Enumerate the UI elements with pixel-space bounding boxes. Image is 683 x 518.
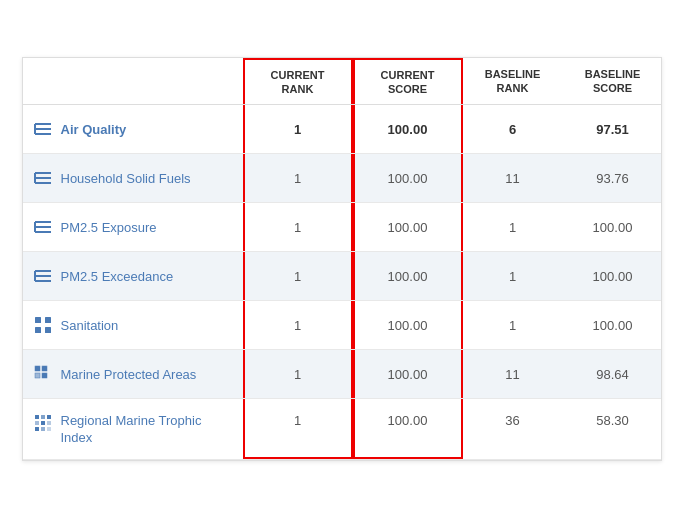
row-current-rank: 1	[243, 154, 353, 202]
row-label: Regional Marine TrophicIndex	[23, 399, 243, 459]
row-current-score: 100.00	[353, 301, 463, 349]
row-baseline-score: 100.00	[563, 203, 663, 251]
row-baseline-score: 100.00	[563, 252, 663, 300]
row-current-score: 100.00	[353, 350, 463, 398]
svg-rect-17	[45, 317, 51, 323]
row-label-text: Marine Protected Areas	[61, 367, 197, 382]
row-label: Air Quality	[23, 105, 243, 153]
table-row: Sanitation 1 100.00 1 100.00	[23, 301, 661, 350]
row-current-score: 100.00	[353, 154, 463, 202]
row-current-score: 100.00	[353, 399, 463, 459]
row-baseline-score: 100.00	[563, 301, 663, 349]
svg-rect-23	[42, 373, 47, 378]
row-label: PM2.5 Exceedance	[23, 252, 243, 300]
row-current-rank: 1	[243, 203, 353, 251]
table-row: Household Solid Fuels 1 100.00 11 93.76	[23, 154, 661, 203]
ranking-table: CURRENTRANK CURRENTSCORE BASELINERANK BA…	[22, 57, 662, 462]
row-baseline-score: 98.64	[563, 350, 663, 398]
row-current-rank: 1	[243, 350, 353, 398]
row-baseline-score: 97.51	[563, 105, 663, 153]
row-label: Household Solid Fuels	[23, 154, 243, 202]
svg-rect-32	[41, 421, 45, 425]
svg-rect-34	[35, 427, 39, 431]
lines-icon	[33, 168, 53, 188]
svg-rect-31	[35, 421, 39, 425]
table-row: Regional Marine TrophicIndex 1 100.00 36…	[23, 399, 661, 460]
svg-rect-16	[35, 317, 41, 323]
grid-dots-icon	[33, 413, 53, 433]
row-current-score: 100.00	[353, 105, 463, 153]
header-current-rank: CURRENTRANK	[243, 58, 353, 105]
row-current-score: 100.00	[353, 252, 463, 300]
row-baseline-rank: 6	[463, 105, 563, 153]
row-baseline-rank: 1	[463, 301, 563, 349]
grid-blocks-icon	[33, 364, 53, 384]
header-name	[23, 58, 243, 105]
table-row: Air Quality 1 100.00 6 97.51	[23, 105, 661, 154]
table-row: PM2.5 Exceedance 1 100.00 1 100.00	[23, 252, 661, 301]
row-baseline-score: 93.76	[563, 154, 663, 202]
svg-rect-36	[47, 427, 51, 431]
row-label-text: Air Quality	[61, 122, 127, 137]
header-current-score: CURRENTSCORE	[353, 58, 463, 105]
header-baseline-score: BASELINESCORE	[563, 58, 663, 105]
table-body: Air Quality 1 100.00 6 97.51 Household S…	[23, 105, 661, 460]
row-label-text: Regional Marine TrophicIndex	[61, 413, 202, 445]
row-label-text: Household Solid Fuels	[61, 171, 191, 186]
table-header: CURRENTRANK CURRENTSCORE BASELINERANK BA…	[23, 58, 661, 106]
svg-rect-35	[41, 427, 45, 431]
svg-rect-30	[47, 415, 51, 419]
svg-rect-22	[35, 373, 40, 378]
row-current-rank: 1	[243, 252, 353, 300]
lines-icon	[33, 266, 53, 286]
table-row: PM2.5 Exposure 1 100.00 1 100.00	[23, 203, 661, 252]
svg-rect-18	[35, 327, 41, 333]
row-baseline-rank: 11	[463, 154, 563, 202]
header-baseline-rank: BASELINERANK	[463, 58, 563, 105]
svg-rect-21	[42, 366, 47, 371]
svg-rect-29	[41, 415, 45, 419]
row-current-score: 100.00	[353, 203, 463, 251]
row-baseline-score: 58.30	[563, 399, 663, 459]
table-row: Marine Protected Areas 1 100.00 11 98.64	[23, 350, 661, 399]
row-baseline-rank: 36	[463, 399, 563, 459]
row-label: PM2.5 Exposure	[23, 203, 243, 251]
lines-icon	[33, 217, 53, 237]
svg-rect-33	[47, 421, 51, 425]
row-label: Sanitation	[23, 301, 243, 349]
svg-rect-28	[35, 415, 39, 419]
row-label-text: Sanitation	[61, 318, 119, 333]
row-label: Marine Protected Areas	[23, 350, 243, 398]
lines-icon	[33, 119, 53, 139]
row-baseline-rank: 11	[463, 350, 563, 398]
row-current-rank: 1	[243, 301, 353, 349]
row-label-text: PM2.5 Exposure	[61, 220, 157, 235]
row-label-text: PM2.5 Exceedance	[61, 269, 174, 284]
row-baseline-rank: 1	[463, 252, 563, 300]
svg-rect-19	[45, 327, 51, 333]
row-current-rank: 1	[243, 399, 353, 459]
row-current-rank: 1	[243, 105, 353, 153]
svg-rect-20	[35, 366, 40, 371]
row-baseline-rank: 1	[463, 203, 563, 251]
grid-small-icon	[33, 315, 53, 335]
